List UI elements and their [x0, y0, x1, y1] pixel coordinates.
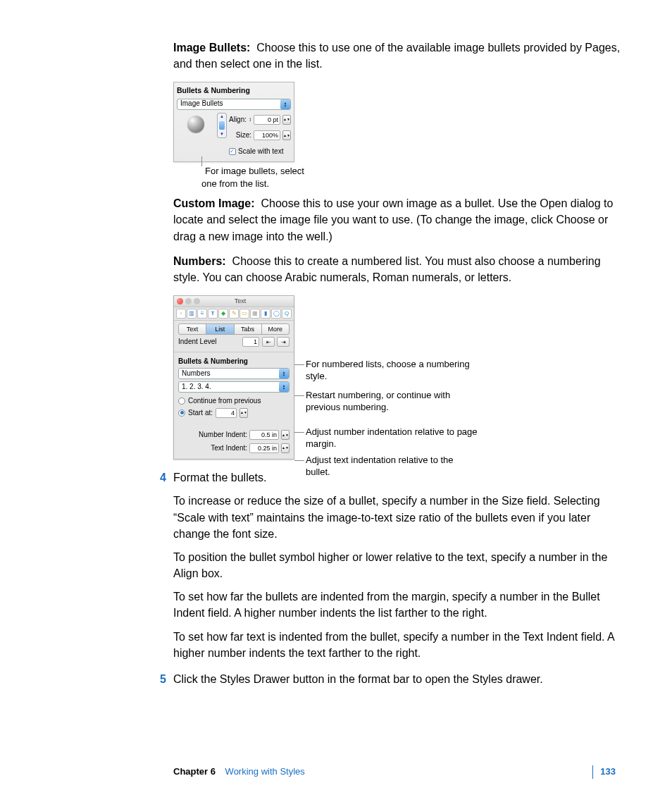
- para-numbers-label: Numbers:: [173, 255, 226, 267]
- chart-icon[interactable]: ▮: [261, 309, 270, 319]
- fig1-size-label: Size:: [236, 130, 251, 141]
- metrics-icon[interactable]: ▭: [239, 309, 249, 319]
- step-4-p4: To set how far text is indented from the…: [173, 629, 624, 661]
- tab-list[interactable]: List: [206, 324, 234, 335]
- fig1-panel: Bullets & Numbering Image Bullets ▲▼ ▲ ▼…: [173, 82, 294, 162]
- fig2-callout-textindent: Adjust text indentation relative to the …: [306, 455, 478, 479]
- footer-title: Working with Styles: [225, 766, 305, 777]
- step-4-p2: To position the bullet symbol higher or …: [173, 549, 624, 581]
- chevron-updown-icon: ▲▼: [279, 369, 289, 378]
- fig2-start-stepper[interactable]: ▲▼: [239, 408, 248, 418]
- scroll-thumb[interactable]: [219, 121, 225, 130]
- chevron-up-icon: ▲: [220, 113, 224, 120]
- fig1-align-label: Align:: [229, 115, 247, 125]
- fig2-indent-label: Indent Level: [178, 337, 217, 347]
- fig2-continue-label: Continue from previous: [188, 396, 261, 407]
- fig2-num-indent-input[interactable]: [249, 430, 279, 440]
- chevron-updown-icon: ▲▼: [279, 382, 289, 392]
- fig1-size-stepper[interactable]: ▲▼: [282, 130, 291, 140]
- fig2-text-indent-label: Text Indent:: [211, 443, 247, 454]
- step-5-number: 5: [155, 671, 173, 687]
- graphic-icon[interactable]: ◆: [218, 309, 228, 319]
- close-icon[interactable]: [177, 298, 183, 304]
- para-numbers: Numbers: Choose this to create a numbere…: [173, 253, 624, 285]
- para-image-bullets: Image Bullets: Choose this to use one of…: [173, 39, 624, 72]
- fig2-num-indent-stepper[interactable]: ▲▼: [281, 430, 290, 440]
- fig2-text-indent-stepper[interactable]: ▲▼: [281, 443, 290, 453]
- text-icon[interactable]: T: [208, 309, 218, 319]
- fig2-callout-style: For numbered lists, choose a numbering s…: [306, 359, 478, 383]
- fig1-image-preview: [187, 116, 204, 133]
- fig2-numbers-value: Numbers: [182, 369, 211, 379]
- fig2-callout-restart: Restart numbering, or continue with prev…: [306, 390, 478, 414]
- para-image-bullets-label: Image Bullets:: [173, 42, 250, 54]
- tab-tabs[interactable]: Tabs: [234, 324, 262, 335]
- fig2-start-label: Start at:: [188, 408, 213, 419]
- fig2-number-style-value: 1. 2. 3. 4.: [182, 382, 211, 393]
- fig1-bullet-type-select[interactable]: Image Bullets ▲▼: [177, 99, 291, 110]
- table-icon[interactable]: ▦: [250, 309, 260, 319]
- document-icon[interactable]: ▫: [176, 309, 186, 319]
- outdent-button[interactable]: ⇤: [262, 337, 275, 347]
- page-footer: Chapter 6 Working with Styles 133: [56, 765, 616, 779]
- fig1-caption: For image bullets, select one from the l…: [201, 166, 304, 189]
- align-updown-icon: ↕: [249, 116, 251, 124]
- fig2-title: Text: [187, 297, 294, 306]
- wrap-icon[interactable]: ≡: [197, 309, 207, 319]
- tab-text[interactable]: Text: [178, 324, 206, 335]
- tab-more[interactable]: More: [261, 324, 290, 335]
- step-4-p3: To set how far the bullets are indented …: [173, 589, 624, 621]
- footer-page-number: 133: [592, 765, 616, 779]
- fig1-header: Bullets & Numbering: [177, 85, 291, 98]
- fig1-align-stepper[interactable]: ▲▼: [282, 115, 291, 125]
- para-numbers-text: Choose this to create a numbered list. Y…: [173, 255, 601, 283]
- para-custom-image: Custom Image: Choose this to use your ow…: [173, 195, 624, 245]
- fig2-start-radio[interactable]: [178, 409, 185, 417]
- fig2-number-style-select[interactable]: 1. 2. 3. 4. ▲▼: [178, 381, 290, 393]
- fig2-text-indent-input[interactable]: [249, 443, 279, 453]
- fig2-continue-radio[interactable]: [178, 398, 185, 405]
- fig1-scale-checkbox[interactable]: ✓: [229, 148, 236, 155]
- fig2-titlebar: Text: [174, 296, 294, 307]
- fig2-callout-numindent: Adjust number indentation relative to pa…: [306, 426, 478, 450]
- step-5-text: Click the Styles Drawer button in the fo…: [173, 671, 624, 687]
- fig2-num-indent-label: Number Indent:: [199, 430, 247, 441]
- fig2-inspector-panel: Text ▫ ▥ ≡ T ◆ ✎ ▭ ▦ ▮ ◯ Q Text List Tab…: [173, 295, 294, 460]
- para-custom-image-label: Custom Image:: [173, 197, 255, 209]
- chevron-updown-icon: ▲▼: [280, 99, 290, 109]
- indent-button[interactable]: ⇥: [277, 337, 290, 347]
- fig2-bn-header: Bullets & Numbering: [174, 354, 294, 369]
- link-icon[interactable]: ◯: [271, 309, 281, 319]
- quicktime-icon[interactable]: Q: [282, 309, 292, 319]
- fig2-indent-input[interactable]: [242, 337, 259, 347]
- fig1-select-value: Image Bullets: [180, 99, 223, 109]
- step-4-p1: To increase or reduce the size of a bull…: [173, 493, 624, 542]
- fig1-image-scroller[interactable]: ▲ ▼: [217, 113, 227, 138]
- fig2-start-input[interactable]: [216, 408, 237, 418]
- footer-chapter: Chapter 6: [173, 766, 216, 777]
- fig2-tabs: Text List Tabs More: [174, 321, 294, 337]
- fig2-toolbar: ▫ ▥ ≡ T ◆ ✎ ▭ ▦ ▮ ◯ Q: [174, 307, 294, 321]
- fig1-align-input[interactable]: [254, 115, 280, 125]
- fig1-size-input[interactable]: [254, 130, 280, 140]
- ruler-icon[interactable]: ✎: [229, 309, 239, 319]
- layout-icon[interactable]: ▥: [187, 309, 197, 319]
- step-4-number: 4: [155, 469, 173, 486]
- fig2-numbers-select[interactable]: Numbers ▲▼: [178, 368, 290, 379]
- chevron-down-icon: ▼: [220, 131, 224, 137]
- fig1-scale-label: Scale with text: [238, 147, 283, 157]
